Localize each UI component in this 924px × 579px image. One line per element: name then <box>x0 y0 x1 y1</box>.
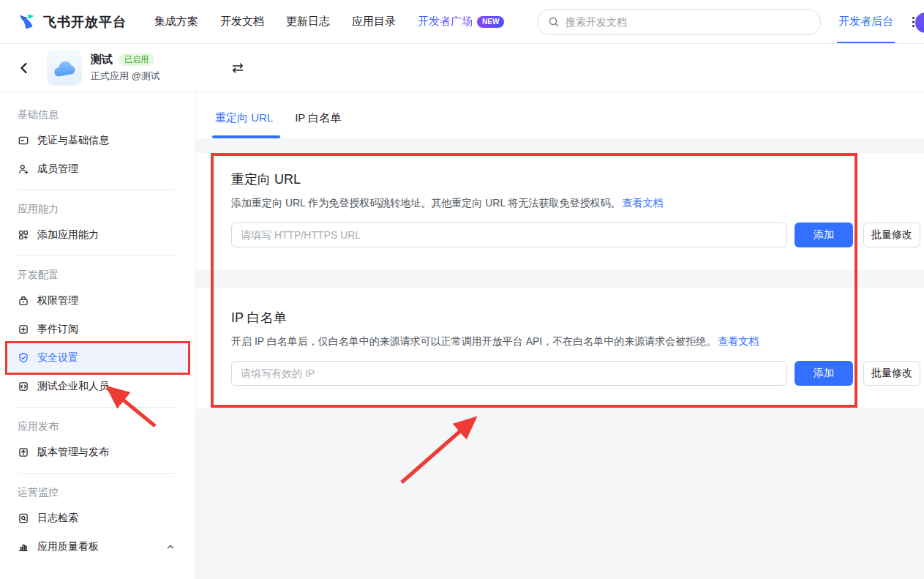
sidebar-item-label: 安全设置 <box>37 351 78 365</box>
view-docs-link[interactable]: 查看文档 <box>718 335 759 347</box>
active-tab-underline <box>212 135 280 138</box>
nav-link-app-directory[interactable]: 应用目录 <box>352 15 396 29</box>
section-title: IP 白名单 <box>231 309 924 326</box>
section-title: 重定向 URL <box>231 171 924 188</box>
tab-redirect-url[interactable]: 重定向 URL <box>214 111 274 138</box>
plus-square-icon <box>18 324 29 335</box>
sidebar-group-basic-info: 基础信息 <box>0 102 195 126</box>
sidebar-item-member-management[interactable]: 成员管理 <box>7 155 188 183</box>
console-label: 开发者后台 <box>838 15 893 29</box>
sidebar-item-label: 测试企业和人员 <box>37 380 109 393</box>
back-icon[interactable] <box>18 61 31 75</box>
description-text: 开启 IP 白名单后，仅白名单中的来源请求可以正常调用开放平台 API，不在白名… <box>231 335 716 347</box>
nav-link-changelog[interactable]: 更新日志 <box>286 15 330 29</box>
sidebar-item-label: 添加应用能力 <box>37 228 99 242</box>
sidebar-item-credentials[interactable]: 凭证与基础信息 <box>7 127 188 154</box>
nav-link-integration[interactable]: 集成方案 <box>154 15 198 29</box>
view-docs-link[interactable]: 查看文档 <box>623 197 664 209</box>
sidebar-divider <box>18 407 175 408</box>
app-cloud-icon <box>47 51 82 86</box>
main-content: 重定向 URL IP 白名单 重定向 URL 添加重定向 URL 作为免登授权码… <box>196 92 924 579</box>
page: 飞书开放平台 集成方案 开发文档 更新日志 应用目录 开发者广场 NEW 开发者… <box>0 0 924 579</box>
member-add-icon <box>18 163 29 175</box>
sidebar-item-label: 日志检索 <box>37 512 78 525</box>
nav-link-docs[interactable]: 开发文档 <box>220 15 264 29</box>
log-search-icon <box>18 512 29 524</box>
tab-ip-whitelist[interactable]: IP 白名单 <box>293 111 342 138</box>
sidebar-divider <box>18 255 175 256</box>
id-card-icon <box>18 135 29 146</box>
sidebar-item-event-subscription[interactable]: 事件订阅 <box>7 315 188 343</box>
app-meta: 测试 已启用 正式应用 @测试 <box>91 53 160 83</box>
annotation-box-sidebar <box>5 341 190 375</box>
new-badge: NEW <box>477 16 504 28</box>
description-text: 添加重定向 URL 作为免登授权码跳转地址。其他重定向 URL 将无法获取免登授… <box>231 197 621 209</box>
sidebar-item-test-company-users[interactable]: 测试企业和人员 <box>7 373 188 400</box>
feishu-logo-icon <box>18 13 37 31</box>
spacer <box>196 270 924 288</box>
section-description: 添加重定向 URL 作为免登授权码跳转地址。其他重定向 URL 将无法获取免登授… <box>231 197 924 210</box>
status-badge: 已启用 <box>119 53 154 66</box>
tab-label: IP 白名单 <box>295 111 341 124</box>
sidebar-item-label: 事件订阅 <box>37 323 78 336</box>
sidebar-item-add-capability[interactable]: 添加应用能力 <box>7 221 188 249</box>
sidebar-item-version-management[interactable]: 版本管理与发布 <box>7 438 188 466</box>
batch-edit-button[interactable]: 批量修改 <box>863 223 920 247</box>
sidebar-item-label: 成员管理 <box>37 163 78 176</box>
sidebar-item-label: 应用质量看板 <box>37 540 99 553</box>
ip-whitelist-input-row: 添加 批量修改 <box>231 361 924 386</box>
search-input[interactable] <box>566 16 810 28</box>
search-icon <box>548 16 560 28</box>
sidebar-item-label: 凭证与基础信息 <box>37 134 109 147</box>
add-button[interactable]: 添加 <box>795 361 853 386</box>
sidebar-divider <box>18 473 175 474</box>
app-title: 测试 <box>91 53 113 67</box>
publish-arrow-icon <box>18 447 29 458</box>
marketplace-label: 开发者广场 <box>418 15 473 29</box>
redirect-url-input[interactable] <box>231 223 787 247</box>
redirect-url-section: 重定向 URL 添加重定向 URL 作为免登授权码跳转地址。其他重定向 URL … <box>196 153 924 270</box>
active-nav-underline <box>837 42 895 44</box>
grid-plus-icon <box>18 229 29 241</box>
tabbar: 重定向 URL IP 白名单 <box>196 92 924 138</box>
bar-chart-icon <box>18 541 29 553</box>
sidebar-item-label: 版本管理与发布 <box>37 446 109 459</box>
brand-name: 飞书开放平台 <box>43 13 127 31</box>
tab-label: 重定向 URL <box>215 111 273 124</box>
sidebar-item-security-settings[interactable]: 安全设置 <box>7 344 188 372</box>
lock-icon <box>18 295 29 307</box>
add-button[interactable]: 添加 <box>795 223 853 247</box>
spacer <box>196 138 924 153</box>
sidebar-divider <box>18 190 175 190</box>
ip-whitelist-section: IP 白名单 开启 IP 白名单后，仅白名单中的来源请求可以正常调用开放平台 A… <box>196 288 924 408</box>
nav-links: 集成方案 开发文档 更新日志 应用目录 开发者广场 NEW <box>154 15 504 29</box>
switch-app-icon[interactable] <box>230 62 245 74</box>
nav-link-developer-console[interactable]: 开发者后台 <box>837 0 895 44</box>
sidebar-item-log-search[interactable]: 日志检索 <box>7 504 188 532</box>
sidebar-group-operation-monitor: 运营监控 <box>0 480 195 504</box>
chevron-up-icon[interactable] <box>166 542 175 551</box>
ip-whitelist-input[interactable] <box>231 361 787 386</box>
top-navbar: 飞书开放平台 集成方案 开发文档 更新日志 应用目录 开发者广场 NEW 开发者… <box>0 0 924 44</box>
sidebar-group-app-capability: 应用能力 <box>0 197 195 220</box>
sidebar-group-dev-config: 开发配置 <box>0 263 195 286</box>
sidebar-group-app-release: 应用发布 <box>0 414 195 438</box>
nav-link-developer-marketplace[interactable]: 开发者广场 NEW <box>418 15 504 29</box>
app-subtitle: 正式应用 @测试 <box>91 70 160 83</box>
sidebar-item-app-quality-dashboard[interactable]: 应用质量看板 <box>7 533 188 561</box>
sidebar-item-label: 权限管理 <box>37 294 78 307</box>
redirect-url-input-row: 添加 批量修改 <box>231 223 924 247</box>
shield-check-icon <box>18 352 29 364</box>
brand[interactable]: 飞书开放平台 <box>18 13 127 31</box>
sidebar-item-permission-management[interactable]: 权限管理 <box>7 287 188 315</box>
batch-edit-button[interactable]: 批量修改 <box>863 361 920 386</box>
code-square-icon <box>18 381 29 392</box>
search-box[interactable] <box>537 9 821 35</box>
section-description: 开启 IP 白名单后，仅白名单中的来源请求可以正常调用开放平台 API，不在白名… <box>231 335 924 348</box>
app-header: 测试 已启用 正式应用 @测试 <box>0 44 924 92</box>
sidebar: 基础信息 凭证与基础信息 成员管理 应用能力 <box>0 92 196 579</box>
